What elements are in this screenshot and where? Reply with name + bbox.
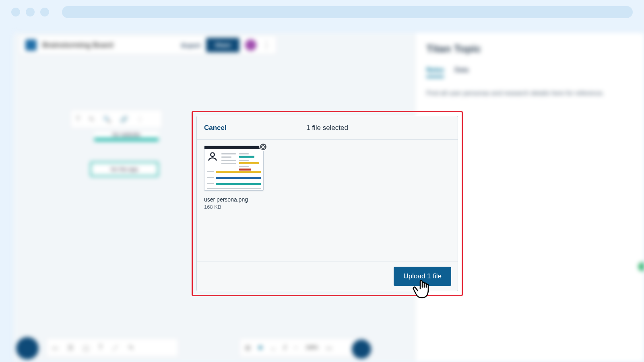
file-size: 168 KB [204,204,264,210]
upload-button[interactable]: Upload 1 file [394,267,451,286]
tool-icon[interactable]: T [99,344,103,351]
board-title: Brainstorming Board [42,41,113,49]
app-logo [25,39,37,51]
panel-body-text: Find all user personas and research deta… [426,90,633,97]
canvas-node[interactable]: for the app [90,162,159,177]
tool-icon[interactable]: ▭ [52,344,58,352]
tool-icon[interactable]: ／ [112,343,119,352]
text-tool-icon[interactable]: T [76,115,80,123]
file-card: user persona.png 168 KB [204,146,264,210]
tool-icon[interactable]: – [294,344,298,351]
modal-body: user persona.png 168 KB [197,140,458,261]
canvas-toolbar: T ✎ 🔍 🔗 ⋮ [70,109,163,129]
remove-file-button[interactable] [259,143,267,151]
share-button[interactable]: Share [206,38,239,52]
tab-data[interactable]: Data [454,66,469,78]
tool-icon[interactable]: ☰ [68,344,73,352]
chrome-dot [40,8,49,16]
svg-point-0 [211,153,214,156]
more-icon[interactable]: ⋮ [137,115,143,123]
link-tool-icon[interactable]: 🔗 [120,115,128,123]
tool-icon[interactable]: 100% [306,345,318,350]
board-toolbar: Brainstorming Board Export Share ⋮ [19,35,277,55]
close-icon [261,145,265,149]
tool-icon[interactable]: ⌄ [270,344,276,352]
tool-icon[interactable]: ✎ [128,344,134,352]
chrome-dot [11,8,20,16]
export-button[interactable]: Export [182,42,201,49]
panel-title: Titan Topic [426,43,633,55]
modal-footer: Upload 1 file [197,261,458,291]
bottom-toolbar: ▭ ☰ ▢ T ／ ✎ [46,338,179,357]
brush-fab[interactable] [352,339,371,359]
canvas-node[interactable]: for website [94,132,159,141]
browser-chrome [0,0,644,24]
user-icon [207,151,218,162]
tool-icon[interactable]: ■ [258,344,262,351]
upload-modal: Cancel 1 file selected [196,116,458,291]
chrome-dot [26,8,35,16]
tool-icon[interactable]: 𝑰 [284,344,286,351]
modal-header: Cancel 1 file selected [197,116,458,140]
upload-modal-highlight: Cancel 1 file selected [192,111,463,296]
chrome-urlbar [62,6,633,18]
tool-icon[interactable]: ▭ [326,344,332,352]
zoom-tool-icon[interactable]: 🔍 [103,115,111,123]
file-name: user persona.png [204,196,264,203]
tool-icon[interactable]: ⊞ [245,344,250,352]
more-icon[interactable]: ⋮ [262,40,271,50]
cancel-button[interactable]: Cancel [204,124,227,132]
user-avatar[interactable] [245,39,256,51]
selection-status: 1 file selected [306,124,348,132]
tool-icon[interactable]: ▢ [83,344,89,352]
pen-tool-icon[interactable]: ✎ [89,115,94,123]
file-thumbnail [204,146,264,191]
tab-notes[interactable]: Notes [426,66,444,78]
add-fab[interactable] [16,337,39,360]
